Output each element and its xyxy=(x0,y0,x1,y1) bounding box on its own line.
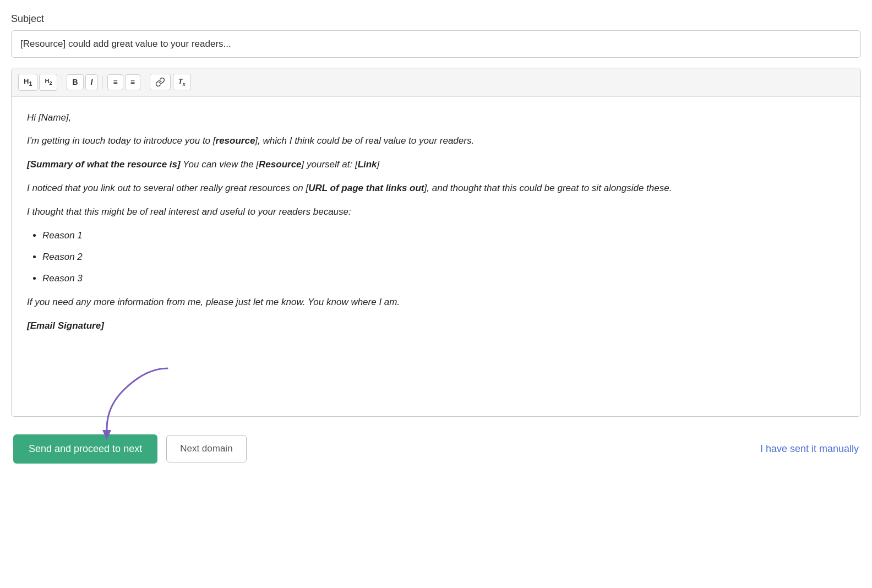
reasons-list: Reason 1 Reason 2 Reason 3 xyxy=(42,228,845,287)
h2-button[interactable]: H2 xyxy=(39,74,57,91)
sent-manually-link[interactable]: I have sent it manually xyxy=(760,443,859,455)
bold-button[interactable]: B xyxy=(67,74,83,90)
link-button[interactable] xyxy=(150,74,171,90)
footer-actions: Send and proceed to next Next domain I h… xyxy=(11,434,861,464)
h1-button[interactable]: H1 xyxy=(18,74,37,91)
toolbar-sep-1 xyxy=(62,75,62,89)
toolbar-sep-2 xyxy=(102,75,103,89)
clear-format-button[interactable]: Tx xyxy=(173,74,191,90)
subject-input[interactable] xyxy=(11,30,861,58)
editor-toolbar: H1 H2 B I ≡ ≡ Tx xyxy=(12,68,860,97)
send-button-container: Send and proceed to next xyxy=(13,434,157,464)
reason-1: Reason 1 xyxy=(42,228,845,244)
reason-2: Reason 2 xyxy=(42,249,845,265)
next-domain-button[interactable]: Next domain xyxy=(166,435,246,462)
send-and-proceed-button[interactable]: Send and proceed to next xyxy=(13,434,157,464)
toolbar-sep-3 xyxy=(145,75,145,89)
subject-label: Subject xyxy=(11,13,861,25)
email-editor: H1 H2 B I ≡ ≡ Tx Hi [Name], I'm xyxy=(11,68,861,417)
reason-3: Reason 3 xyxy=(42,271,845,287)
italic-button[interactable]: I xyxy=(85,74,99,90)
email-body[interactable]: Hi [Name], I'm getting in touch today to… xyxy=(12,97,860,416)
ordered-list-button[interactable]: ≡ xyxy=(107,74,123,90)
unordered-list-button[interactable]: ≡ xyxy=(125,74,140,90)
